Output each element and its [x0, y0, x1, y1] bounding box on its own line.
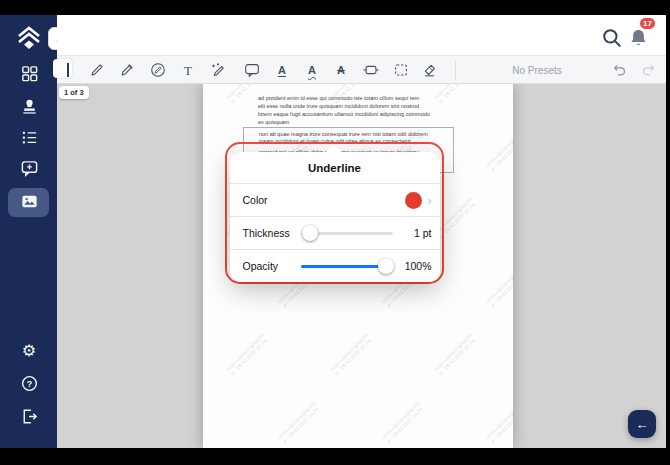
tool-squiggly[interactable]: A	[302, 60, 322, 80]
page-indicator: 1 of 3	[59, 86, 89, 99]
text-tool-icon: T	[184, 64, 192, 77]
strikeout-tool-icon: A	[337, 65, 345, 76]
note-bubble-icon	[243, 61, 261, 79]
tool-magic-pen[interactable]	[208, 60, 228, 80]
sidebar-item-help[interactable]: ?	[18, 372, 40, 394]
sidebar-item-stamp[interactable]	[18, 95, 40, 117]
opacity-label: Opacity	[243, 260, 301, 272]
opacity-row: Opacity 100%	[230, 249, 440, 282]
doc-line: ad proident enim id esse qui commodo ist…	[258, 94, 454, 102]
sidebar: ⚙ ?	[0, 15, 57, 448]
list-icon	[20, 128, 39, 147]
squiggly-tool-icon: A	[308, 65, 316, 76]
color-row[interactable]: Color ›	[230, 183, 440, 216]
doc-line: non ab quae magna irure consequat irure …	[259, 131, 455, 139]
sidebar-item-settings[interactable]: ⚙	[18, 340, 40, 362]
tool-pen[interactable]	[87, 60, 107, 80]
caret-icon	[67, 63, 69, 77]
app-window: ⚙ ? →	[0, 15, 666, 448]
color-swatch[interactable]	[405, 192, 422, 209]
help-icon: ?	[20, 374, 39, 393]
annotation-toolbar: T A A A	[57, 55, 666, 84]
stamp-icon	[20, 97, 39, 116]
thickness-label: Thickness	[243, 227, 301, 239]
doc-line: lorem eaque fugit accusantium ullamco in…	[258, 110, 454, 118]
callout-icon	[362, 61, 380, 79]
sidebar-item-gallery[interactable]	[18, 190, 40, 212]
tool-note[interactable]	[242, 60, 262, 80]
toolbar-divider	[455, 61, 456, 80]
logout-icon	[20, 407, 39, 426]
slider-knob[interactable]	[378, 258, 394, 274]
tool-highlighter[interactable]	[117, 60, 137, 80]
tool-strikeout[interactable]: A	[331, 60, 351, 80]
watermark: kevin.vanheck@apolloai - 29.01.2026 14:3…	[432, 331, 477, 376]
tool-caret[interactable]	[58, 60, 78, 80]
screen: ⚙ ? →	[0, 0, 670, 465]
tool-eraser[interactable]	[420, 60, 440, 80]
sidebar-item-list[interactable]	[18, 126, 40, 148]
dashboard-icon	[20, 64, 39, 83]
arrow-left-icon: ←	[636, 417, 649, 432]
thickness-row: Thickness 1 pt	[230, 216, 440, 249]
slider-knob[interactable]	[302, 225, 318, 241]
header: 17	[57, 15, 666, 55]
presets-label[interactable]: No Presets	[477, 56, 597, 85]
highlighter-icon	[118, 61, 136, 79]
opacity-value: 100%	[405, 260, 432, 272]
tool-callout[interactable]	[361, 60, 381, 80]
search-icon[interactable]	[601, 27, 623, 49]
watermark: kevin.vanheck@apolloai - 29.01.2026 14:3…	[484, 127, 513, 172]
back-fab-button[interactable]: ←	[628, 410, 656, 438]
select-area-icon	[392, 61, 410, 79]
letterbox-right	[666, 0, 670, 465]
doc-lines: ad proident enim id esse qui commodo ist…	[258, 94, 454, 118]
eraser-icon	[421, 61, 439, 79]
thickness-slider[interactable]	[301, 225, 393, 241]
selected-tool-chip	[53, 59, 72, 78]
tool-circle-pen[interactable]	[148, 60, 168, 80]
opacity-slider[interactable]	[301, 258, 393, 274]
bell-icon[interactable]	[628, 27, 649, 51]
watermark: kevin.vanheck@apolloai - 29.01.2026 14:3…	[484, 263, 513, 308]
notification-count: 17	[643, 19, 652, 28]
watermark: kevin.vanheck@apolloai - 29.01.2026 14:3…	[380, 399, 425, 444]
letterbox-bottom	[0, 448, 670, 465]
undo-icon[interactable]	[612, 63, 627, 78]
underline-tool-icon: A	[278, 65, 286, 76]
redo-icon[interactable]	[641, 63, 656, 78]
chevron-right-icon: ›	[427, 194, 431, 207]
document-canvas[interactable]: 1 of 3 kevin.vanheck@apolloai - 29.01.20…	[57, 84, 666, 448]
sidebar-item-logout[interactable]	[18, 405, 40, 427]
watermark: kevin.vanheck@apolloai - 29.01.2026 14:3…	[484, 399, 513, 444]
tool-select-area[interactable]	[391, 60, 411, 80]
circle-pen-icon	[149, 61, 167, 79]
underline-popup: Underline Color › Thickness 1 pt	[230, 152, 440, 282]
doc-line: ipsam incididunt et quasi culpa odit vit…	[259, 138, 455, 146]
tool-text[interactable]: T	[178, 60, 198, 80]
thickness-value: 1 pt	[414, 227, 432, 239]
notification-badge: 17	[639, 17, 656, 30]
magic-pen-icon	[209, 61, 227, 79]
watermark: kevin.vanheck@apolloai - 29.01.2026 14:3…	[328, 331, 373, 376]
watermark: kevin.vanheck@apolloai - 29.01.2026 14:3…	[224, 331, 269, 376]
paragraph-1: ad proident enim id esse qui commodo ist…	[258, 94, 454, 128]
tool-underline[interactable]: A	[272, 60, 292, 80]
watermark: kevin.vanheck@apolloai - 29.01.2026 14:3…	[276, 399, 321, 444]
gallery-icon	[20, 192, 39, 211]
gear-icon: ⚙	[22, 343, 36, 359]
app-logo-icon	[13, 23, 45, 53]
slider-fill	[301, 265, 387, 269]
pen-icon	[88, 61, 106, 79]
color-label: Color	[243, 194, 301, 206]
sidebar-item-dashboard[interactable]	[18, 62, 40, 84]
svg-text:?: ?	[26, 378, 32, 388]
comment-add-icon	[20, 159, 39, 178]
sidebar-item-comment-add[interactable]	[18, 157, 40, 179]
doc-line: elit esse nulla unde irure quisquam inci…	[258, 102, 454, 110]
